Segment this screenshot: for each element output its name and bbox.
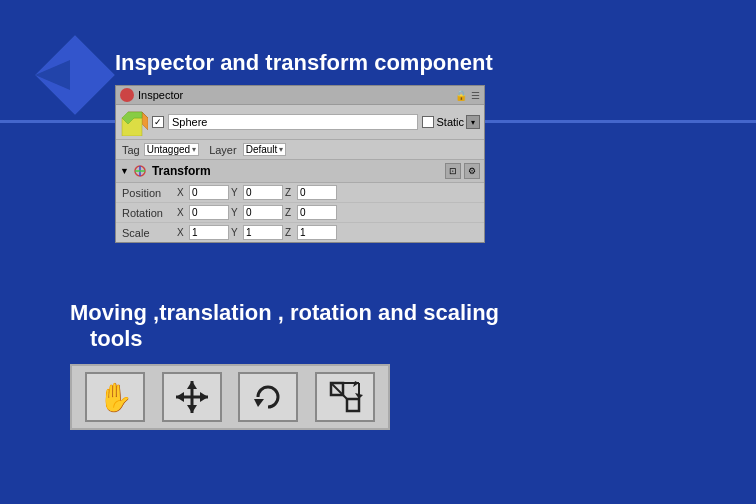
position-row: Position X 0 Y 0 Z 0 xyxy=(116,183,484,203)
svg-marker-15 xyxy=(254,399,264,407)
static-dropdown[interactable]: ▾ xyxy=(466,115,480,129)
rotation-label: Rotation xyxy=(122,207,177,219)
inspector-header-right: 🔒 ☰ xyxy=(455,90,480,101)
hand-tool-icon: ✋ xyxy=(98,381,133,414)
lock-icon[interactable]: 🔒 xyxy=(455,90,467,101)
svg-marker-14 xyxy=(200,392,208,402)
menu-icon[interactable]: ☰ xyxy=(471,90,480,101)
svg-marker-11 xyxy=(187,381,197,389)
position-z-label: Z xyxy=(285,187,295,198)
rotation-z-input[interactable]: 0 xyxy=(297,205,337,220)
layer-value: Default xyxy=(246,144,278,155)
scale-z-label: Z xyxy=(285,227,295,238)
bottom-section: Moving ,translation , rotation and scali… xyxy=(70,300,499,430)
position-axes: X 0 Y 0 Z 0 xyxy=(177,185,478,200)
tools-bar: ✋ xyxy=(70,364,390,430)
rotation-y-label: Y xyxy=(231,207,241,218)
rotation-x-label: X xyxy=(177,207,187,218)
scale-x-label: X xyxy=(177,227,187,238)
transform-reset-icon[interactable]: ⊡ xyxy=(445,163,461,179)
rotation-row: Rotation X 0 Y 0 Z 0 xyxy=(116,203,484,223)
rotate-tool-button[interactable] xyxy=(238,372,298,422)
sphere-row: ✓ Sphere Static ▾ xyxy=(116,105,484,140)
rotation-y-input[interactable]: 0 xyxy=(243,205,283,220)
collapse-triangle-icon[interactable]: ▼ xyxy=(120,166,129,176)
transform-icon xyxy=(132,163,148,179)
svg-line-18 xyxy=(331,383,347,399)
layer-arrow-icon: ▾ xyxy=(279,145,283,154)
scale-z-input[interactable]: 1 xyxy=(297,225,337,240)
svg-marker-12 xyxy=(187,405,197,413)
rotation-x-input[interactable]: 0 xyxy=(189,205,229,220)
layer-label: Layer xyxy=(209,144,237,156)
move-tool-icon xyxy=(174,379,210,415)
scale-row: Scale X 1 Y 1 Z 1 xyxy=(116,223,484,242)
tag-value: Untagged xyxy=(147,144,190,155)
layer-select[interactable]: Default ▾ xyxy=(243,143,287,156)
scale-y-input[interactable]: 1 xyxy=(243,225,283,240)
move-tool-button[interactable] xyxy=(162,372,222,422)
bottom-title: Moving ,translation , rotation and scali… xyxy=(70,300,499,352)
rotate-tool-icon xyxy=(250,379,286,415)
svg-marker-13 xyxy=(176,392,184,402)
position-x-input[interactable]: 0 xyxy=(189,185,229,200)
page-title: Inspector and transform component xyxy=(115,50,493,76)
transform-label: Transform xyxy=(152,164,445,178)
position-z-input[interactable]: 0 xyxy=(297,185,337,200)
sphere-3d-icon xyxy=(120,108,148,136)
transform-settings-icon[interactable]: ⚙ xyxy=(464,163,480,179)
tag-layer-row: Tag Untagged ▾ Layer Default ▾ xyxy=(116,140,484,160)
position-label: Position xyxy=(122,187,177,199)
tag-select[interactable]: Untagged ▾ xyxy=(144,143,199,156)
hand-tool-button[interactable]: ✋ xyxy=(85,372,145,422)
position-y-label: Y xyxy=(231,187,241,198)
scale-label: Scale xyxy=(122,227,177,239)
inspector-header-left: Inspector xyxy=(120,88,183,102)
svg-marker-3 xyxy=(142,112,148,130)
inspector-dot-icon xyxy=(120,88,134,102)
sphere-name-field[interactable]: Sphere xyxy=(168,114,418,130)
transform-header: ▼ Transform ⊡ ⚙ xyxy=(116,160,484,183)
scale-axes: X 1 Y 1 Z 1 xyxy=(177,225,478,240)
svg-rect-17 xyxy=(347,399,359,411)
sphere-enabled-checkbox[interactable]: ✓ xyxy=(152,116,164,128)
rotation-z-label: Z xyxy=(285,207,295,218)
diamond-arrow-decoration xyxy=(30,30,120,120)
static-label: Static xyxy=(436,116,464,128)
scale-x-input[interactable]: 1 xyxy=(189,225,229,240)
inspector-title: Inspector xyxy=(138,89,183,101)
rotation-axes: X 0 Y 0 Z 0 xyxy=(177,205,478,220)
scale-tool-button[interactable] xyxy=(315,372,375,422)
static-area: Static ▾ xyxy=(422,115,480,129)
scale-y-label: Y xyxy=(231,227,241,238)
tag-arrow-icon: ▾ xyxy=(192,145,196,154)
inspector-header: Inspector 🔒 ☰ xyxy=(116,86,484,105)
scale-tool-icon xyxy=(327,379,363,415)
position-x-label: X xyxy=(177,187,187,198)
static-checkbox[interactable] xyxy=(422,116,434,128)
transform-icons-right: ⊡ ⚙ xyxy=(445,163,480,179)
inspector-panel: Inspector 🔒 ☰ ✓ Sphere Static ▾ Tag xyxy=(115,85,485,243)
tag-label: Tag xyxy=(122,144,140,156)
position-y-input[interactable]: 0 xyxy=(243,185,283,200)
